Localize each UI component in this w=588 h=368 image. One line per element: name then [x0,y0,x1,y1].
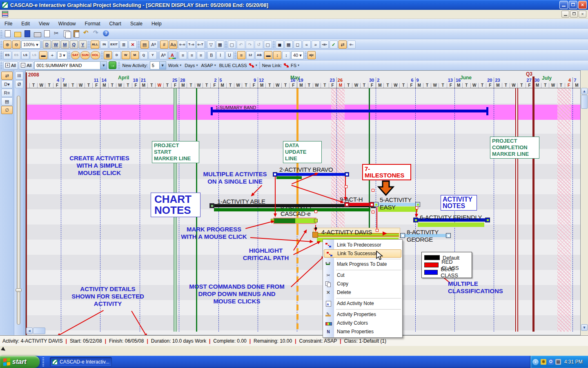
menu-help[interactable]: Help [147,20,166,28]
activity-endpoint[interactable] [485,218,490,222]
revert-button[interactable]: ↺ [255,40,263,49]
vscroll-thumb[interactable] [581,95,588,109]
selection-handle[interactable] [312,232,318,238]
scale-year-button[interactable]: Y [79,40,87,49]
ruler-day-button[interactable]: D [113,51,121,59]
sunday-nonwork-button[interactable]: SUN [80,51,90,59]
side-resource-button[interactable]: R≡ [1,89,13,97]
font-button[interactable]: Aª [159,51,167,59]
select-region-button[interactable]: ▢ [228,40,236,49]
menu-item-copy[interactable]: Copy [323,280,402,288]
activity-bar[interactable] [347,203,372,206]
copy-button[interactable] [62,30,71,38]
save-button[interactable] [23,30,31,38]
nudge-button[interactable]: ◅▻ [321,40,329,49]
scale-week-button[interactable]: W [52,40,60,49]
menu-item-activity-properties[interactable]: Activity Properties [323,310,402,319]
print-preview-button[interactable] [43,30,51,38]
early-start-button[interactable]: ES [3,51,11,59]
hscroll-left-button[interactable]: ◄ [26,328,33,334]
restore-button[interactable] [569,1,577,9]
font-color-button[interactable]: A [168,51,176,59]
reroute-back-button[interactable]: ↶ [237,40,245,49]
new-activity-count-select[interactable]: 5▼ [150,61,166,70]
zoom-level-select[interactable]: 100% ▾ [21,40,40,49]
ruler-all-button[interactable]: ▦ [104,51,112,59]
scale-day-button[interactable]: D [43,40,51,49]
lock-button[interactable]: ◼ [276,40,284,49]
select-all-button[interactable]: ▢ [264,40,272,49]
vscroll-down-button[interactable]: ▼ [581,324,588,331]
row-arrows-button[interactable]: ↕ [273,51,281,59]
link-numbers-button[interactable]: # [160,40,168,49]
new-file-button[interactable] [4,30,12,38]
tray-chevron-button[interactable]: ‹ [532,359,539,365]
char-spacing-button[interactable]: a|e [307,51,316,59]
row-shading-button[interactable]: ≡ [237,51,245,59]
early-start-off-button[interactable]: ES [12,51,20,59]
print-button[interactable] [33,30,41,38]
menu-item-add-activity-note[interactable]: Add Activity Note [323,299,402,308]
resource-count-select[interactable]: 3 ▾ [57,51,67,59]
menu-item-delete[interactable]: Delete [323,288,402,297]
language-hand-icon[interactable]: ✱ [541,359,546,365]
side-no-quarter-button[interactable]: Ø [15,80,23,88]
activity-endpoint[interactable] [345,172,349,177]
open-button[interactable] [13,30,22,38]
menu-edit[interactable]: Edit [17,20,34,28]
activity-endpoint[interactable] [446,233,451,238]
link-type-select[interactable]: FS▾ [290,61,301,70]
side-print-preview-button[interactable]: ▤ [1,97,13,105]
summary-bar[interactable] [212,110,487,112]
scale-quarter-button[interactable]: Q [70,40,78,49]
reroute-forward-button[interactable]: ↷ [246,40,254,49]
cut-button[interactable] [53,30,61,38]
row-line-button[interactable]: ▬ [264,51,272,59]
constraint-select[interactable]: ASAP▾ [200,61,217,70]
slider-thumb[interactable] [16,288,22,292]
links-delete-button[interactable]: ✕ [129,40,137,49]
vertical-zoom-slider[interactable] [17,96,20,325]
menu-item-activity-colors[interactable]: Activity Colors [323,319,402,328]
links-exit-button[interactable]: EXIT [109,40,119,49]
holiday-nonwork-button[interactable]: HOL [91,51,100,59]
mdi-close-button[interactable]: × [579,11,586,18]
bars-display-button[interactable]: ≣ [120,40,128,49]
band-select[interactable]: 001:SUMMARY BAND▼ [34,61,107,70]
undo-button[interactable] [82,30,90,38]
menu-view[interactable]: View [34,20,54,28]
ab-order-button[interactable]: AB [255,51,263,59]
vscroll-up-button[interactable]: ▲ [581,88,588,94]
row-numbering-button[interactable]: 12 [246,51,254,59]
scale-month-button[interactable]: M [61,40,69,49]
menu-scale[interactable]: Scale [126,20,147,28]
link-tag-button[interactable]: T–o [187,40,195,49]
ruler-week-button[interactable]: W [122,51,130,59]
activity-endpoint[interactable] [374,202,379,207]
push-left-button[interactable]: « [303,40,311,49]
align-center-button[interactable]: ≡ [188,51,196,59]
menu-item-cut[interactable]: Cut [323,271,402,280]
link-end-button[interactable]: o– [347,40,356,49]
validate-links-button[interactable]: ✓ [330,40,338,49]
links-all-button[interactable]: ALL [91,40,100,49]
paste-button[interactable] [72,30,80,38]
collapse-all-button[interactable]: −All [19,61,33,70]
ruler-month-button[interactable]: M [131,51,139,59]
activity-endpoint[interactable] [413,218,418,222]
activity-bar[interactable] [273,218,316,224]
duration-type-select[interactable]: Work▾ [167,61,183,70]
go-button[interactable]: → [109,61,116,69]
taskbar-app-button[interactable]: CASCAD-e Interactiv... [50,357,112,367]
side-swap-button[interactable]: ⇄ [1,72,13,80]
activity-endpoint[interactable] [400,233,405,238]
underline-button[interactable]: U [225,51,234,59]
hscroll-thumb[interactable] [33,328,45,334]
printer-icon[interactable]: ▤ [555,359,561,365]
note-display-button[interactable]: ▤ [140,40,149,49]
start-button[interactable]: start [0,356,40,368]
mdi-minimize-button[interactable] [561,11,569,18]
late-start-button[interactable]: LS [21,51,29,59]
gantt-chart[interactable]: 2008AprilMayJuneQ3July4TWTF711MTWTF1418M… [25,70,581,335]
side-duration-button[interactable]: D▾ [1,80,13,88]
